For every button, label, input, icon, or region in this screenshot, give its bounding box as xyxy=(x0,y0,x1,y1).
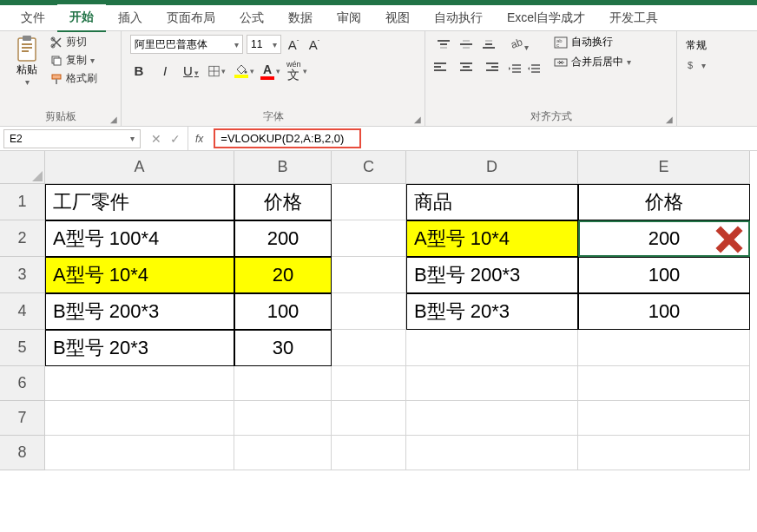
row-header-7[interactable]: 7 xyxy=(0,401,45,436)
cell-c1[interactable] xyxy=(332,184,406,220)
align-top-button[interactable] xyxy=(434,35,453,54)
col-header-a[interactable]: A xyxy=(45,151,234,184)
cell-e6[interactable] xyxy=(578,366,750,401)
dialog-launcher-icon[interactable]: ◢ xyxy=(110,115,117,124)
number-format-select[interactable]: 常规 xyxy=(686,38,707,53)
cell-a6[interactable] xyxy=(45,366,234,401)
cell-d6[interactable] xyxy=(406,366,578,401)
col-header-c[interactable]: C xyxy=(332,151,406,184)
menu-home[interactable]: 开始 xyxy=(57,4,106,32)
cell-c5[interactable] xyxy=(332,330,406,366)
menu-insert[interactable]: 插入 xyxy=(106,5,155,31)
name-box[interactable]: E2 ▾ xyxy=(3,129,141,148)
cell-b1[interactable]: 价格 xyxy=(234,184,332,220)
accept-formula-button[interactable]: ✓ xyxy=(170,132,181,146)
cell-a3[interactable]: A型号 10*4 xyxy=(45,257,234,293)
font-color-button[interactable]: A ▾ xyxy=(260,62,278,80)
cell-d2[interactable]: A型号 10*4 xyxy=(406,220,578,257)
font-name-select[interactable]: 阿里巴巴普惠体 ▾ xyxy=(130,35,243,54)
cell-a5[interactable]: B型号 20*3 xyxy=(45,330,234,366)
cell-b4[interactable]: 100 xyxy=(234,293,332,330)
paste-button[interactable]: 粘贴 ▾ xyxy=(9,35,45,87)
row-header-6[interactable]: 6 xyxy=(0,366,45,401)
cell-a2[interactable]: A型号 100*4 xyxy=(45,220,234,257)
wrap-text-button[interactable]: abc 自动换行 xyxy=(554,35,631,49)
menu-developer[interactable]: 开发工具 xyxy=(597,5,670,31)
decrease-indent-button[interactable] xyxy=(509,62,523,78)
orientation-button[interactable]: ab▾ xyxy=(509,35,542,53)
cancel-formula-button[interactable]: ✕ xyxy=(151,132,161,146)
row-header-3[interactable]: 3 xyxy=(0,257,45,293)
menu-formulas[interactable]: 公式 xyxy=(227,5,276,31)
cell-d8[interactable] xyxy=(406,436,578,470)
col-header-e[interactable]: E xyxy=(578,151,750,184)
decrease-font-button[interactable]: Aˇ xyxy=(306,37,323,52)
cell-a4[interactable]: B型号 200*3 xyxy=(45,293,234,330)
menu-excel-self-learn[interactable]: Excel自学成才 xyxy=(495,5,597,31)
align-middle-button[interactable] xyxy=(457,35,476,54)
menu-data[interactable]: 数据 xyxy=(276,5,325,31)
border-button[interactable]: ▾ xyxy=(208,64,226,78)
col-header-b[interactable]: B xyxy=(234,151,332,184)
fx-button[interactable]: fx xyxy=(188,133,210,145)
menu-file[interactable]: 文件 xyxy=(9,5,57,31)
copy-button[interactable]: 复制 ▾ xyxy=(50,53,97,68)
format-painter-button[interactable]: 格式刷 xyxy=(50,71,97,86)
menu-review[interactable]: 审阅 xyxy=(325,5,373,31)
menu-view[interactable]: 视图 xyxy=(373,5,422,31)
cell-d3[interactable]: B型号 200*3 xyxy=(406,257,578,293)
align-left-button[interactable] xyxy=(434,57,453,76)
cell-b2[interactable]: 200 xyxy=(234,220,332,257)
cell-b8[interactable] xyxy=(234,436,332,470)
formula-input[interactable]: =VLOOKUP(D2,A:B,2,0) xyxy=(214,128,361,148)
row-header-5[interactable]: 5 xyxy=(0,330,45,366)
italic-button[interactable]: I xyxy=(156,63,174,78)
row-header-2[interactable]: 2 xyxy=(0,220,45,257)
cell-e3[interactable]: 100 xyxy=(578,257,750,293)
cell-d4[interactable]: B型号 20*3 xyxy=(406,293,578,330)
cell-b7[interactable] xyxy=(234,401,332,436)
cell-c4[interactable] xyxy=(332,293,406,330)
increase-indent-button[interactable] xyxy=(528,62,542,78)
align-center-button[interactable] xyxy=(457,57,476,76)
dialog-launcher-icon[interactable]: ◢ xyxy=(666,115,673,124)
cell-b6[interactable] xyxy=(234,366,332,401)
cell-a8[interactable] xyxy=(45,436,234,470)
align-right-button[interactable] xyxy=(479,57,498,76)
dialog-launcher-icon[interactable]: ◢ xyxy=(414,115,421,124)
cell-e1[interactable]: 价格 xyxy=(578,184,750,220)
increase-font-button[interactable]: Aˆ xyxy=(285,37,302,52)
merge-center-button[interactable]: 合并后居中 ▾ xyxy=(554,55,631,69)
cut-button[interactable]: 剪切 xyxy=(50,35,97,49)
phonetic-guide-button[interactable]: wén 文 ▾ xyxy=(286,61,304,81)
row-header-8[interactable]: 8 xyxy=(0,436,45,470)
underline-button[interactable]: U▾ xyxy=(182,63,200,78)
row-header-1[interactable]: 1 xyxy=(0,184,45,220)
font-size-select[interactable]: 11 ▾ xyxy=(247,35,281,54)
menu-page-layout[interactable]: 页面布局 xyxy=(155,5,227,31)
cell-e4[interactable]: 100 xyxy=(578,293,750,330)
cell-c2[interactable] xyxy=(332,220,406,257)
bold-button[interactable]: B xyxy=(130,63,148,78)
select-all-corner[interactable] xyxy=(0,151,45,184)
cell-d7[interactable] xyxy=(406,401,578,436)
cell-b5[interactable]: 30 xyxy=(234,330,332,366)
cell-c7[interactable] xyxy=(332,401,406,436)
col-header-d[interactable]: D xyxy=(406,151,578,184)
align-bottom-button[interactable] xyxy=(479,35,498,54)
fill-color-button[interactable]: ▾ xyxy=(234,64,252,78)
cell-a1[interactable]: 工厂零件 xyxy=(45,184,234,220)
cell-a7[interactable] xyxy=(45,401,234,436)
currency-button[interactable]: $▾ xyxy=(686,58,706,72)
cell-d5[interactable] xyxy=(406,330,578,366)
cell-b3[interactable]: 20 xyxy=(234,257,332,293)
cell-e5[interactable] xyxy=(578,330,750,366)
cell-c3[interactable] xyxy=(332,257,406,293)
cell-e8[interactable] xyxy=(578,436,750,470)
menu-automate[interactable]: 自动执行 xyxy=(422,5,495,31)
cell-d1[interactable]: 商品 xyxy=(406,184,578,220)
cell-e7[interactable] xyxy=(578,401,750,436)
cell-c8[interactable] xyxy=(332,436,406,470)
cell-c6[interactable] xyxy=(332,366,406,401)
row-header-4[interactable]: 4 xyxy=(0,293,45,330)
